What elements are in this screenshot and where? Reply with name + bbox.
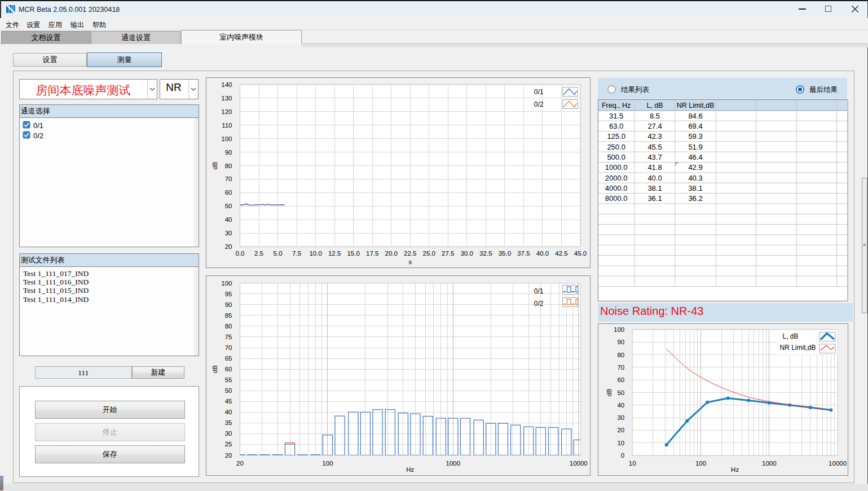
svg-text:2000.0: 2000.0 (605, 173, 628, 182)
svg-text:65: 65 (224, 355, 232, 362)
svg-text:0/2: 0/2 (534, 300, 543, 308)
svg-text:22.5: 22.5 (404, 250, 416, 257)
svg-text:50: 50 (224, 203, 232, 209)
svg-text:100: 100 (221, 135, 232, 142)
svg-text:35: 35 (224, 419, 232, 426)
svg-text:12.5: 12.5 (328, 250, 340, 257)
svg-text:38.1: 38.1 (647, 184, 662, 192)
svg-text:75: 75 (224, 334, 232, 340)
svg-text:35.0: 35.0 (498, 250, 510, 257)
svg-text:10000: 10000 (829, 460, 847, 467)
svg-text:500.0: 500.0 (607, 153, 625, 161)
svg-text:43.7: 43.7 (647, 153, 662, 161)
svg-text:Hz: Hz (731, 466, 739, 473)
svg-text:15.0: 15.0 (347, 250, 359, 257)
svg-text:10: 10 (617, 440, 624, 446)
svg-text:40.0: 40.0 (536, 250, 548, 257)
svg-text:100: 100 (614, 326, 624, 333)
svg-text:140: 140 (221, 81, 232, 88)
svg-text:40.0: 40.0 (647, 173, 662, 182)
svg-text:10.0: 10.0 (309, 250, 321, 257)
svg-text:100: 100 (695, 460, 706, 467)
svg-text:42.5: 42.5 (555, 250, 567, 257)
svg-text:0/1: 0/1 (534, 87, 543, 95)
svg-text:110: 110 (222, 121, 232, 128)
svg-text:42.9: 42.9 (688, 163, 702, 172)
svg-text:36.2: 36.2 (688, 194, 702, 203)
svg-text:51.9: 51.9 (688, 142, 702, 151)
svg-text:69.4: 69.4 (688, 122, 702, 130)
svg-text:2.5: 2.5 (254, 250, 263, 257)
svg-text:NR Limit,dB: NR Limit,dB (779, 344, 816, 352)
svg-text:95: 95 (224, 291, 232, 297)
svg-text:70: 70 (224, 176, 232, 182)
svg-text:90: 90 (224, 148, 232, 155)
svg-text:40: 40 (224, 216, 232, 223)
svg-text:8000.0: 8000.0 (605, 194, 628, 203)
svg-text:30: 30 (224, 430, 232, 437)
svg-text:100: 100 (322, 460, 333, 467)
svg-text:38.1: 38.1 (688, 184, 702, 192)
svg-text:25.0: 25.0 (422, 250, 435, 257)
svg-text:90: 90 (224, 301, 232, 308)
svg-text:60: 60 (224, 189, 232, 196)
svg-text:32.5: 32.5 (479, 250, 492, 257)
svg-text:0.0: 0.0 (235, 250, 244, 257)
svg-text:dB: dB (212, 365, 218, 373)
svg-text:30: 30 (617, 414, 624, 421)
svg-text:41.8: 41.8 (647, 163, 662, 172)
svg-text:60: 60 (224, 366, 232, 372)
svg-text:40: 40 (617, 402, 624, 409)
svg-text:30: 30 (224, 230, 232, 236)
svg-text:0/1: 0/1 (534, 287, 543, 295)
svg-text:1000: 1000 (446, 460, 460, 467)
svg-text:4000.0: 4000.0 (605, 184, 628, 192)
svg-text:80: 80 (224, 162, 232, 169)
svg-text:L, dB: L, dB (782, 332, 798, 340)
svg-text:50: 50 (617, 389, 624, 396)
svg-text:7.5: 7.5 (292, 250, 301, 257)
svg-text:NR Limit,dB: NR Limit,dB (677, 102, 715, 109)
svg-text:85: 85 (224, 312, 232, 319)
svg-text:70: 70 (617, 364, 624, 371)
svg-text:0: 0 (620, 452, 624, 459)
svg-text:84.6: 84.6 (688, 111, 702, 120)
svg-text:dB: dB (212, 161, 218, 169)
svg-text:17.5: 17.5 (365, 250, 378, 257)
svg-text:s: s (408, 258, 412, 265)
svg-text:63.0: 63.0 (609, 122, 623, 130)
svg-text:70: 70 (224, 344, 232, 351)
svg-text:dB: dB (606, 388, 613, 396)
svg-text:45.5: 45.5 (647, 142, 662, 151)
svg-text:10000: 10000 (569, 460, 587, 467)
svg-text:8.5: 8.5 (650, 111, 660, 120)
svg-text:37.5: 37.5 (517, 250, 530, 257)
svg-text:20: 20 (224, 243, 232, 250)
svg-text:250.0: 250.0 (607, 142, 625, 151)
svg-text:20.0: 20.0 (385, 250, 397, 257)
svg-text:20: 20 (617, 427, 624, 433)
svg-text:55: 55 (224, 376, 232, 383)
svg-text:90: 90 (617, 339, 624, 345)
svg-text:42.3: 42.3 (647, 132, 662, 141)
svg-text:125.0: 125.0 (607, 132, 625, 141)
svg-text:1000.0: 1000.0 (605, 163, 628, 172)
svg-text:130: 130 (221, 94, 232, 101)
svg-text:L, dB: L, dB (646, 102, 663, 109)
svg-text:10: 10 (628, 460, 636, 467)
svg-text:20: 20 (236, 460, 244, 467)
svg-text:80: 80 (224, 323, 232, 330)
svg-text:Hz: Hz (406, 466, 414, 473)
svg-text:0/2: 0/2 (534, 100, 543, 108)
svg-text:120: 120 (221, 108, 232, 115)
svg-text:20: 20 (224, 452, 232, 459)
svg-text:27.5: 27.5 (442, 250, 454, 257)
svg-text:45: 45 (224, 398, 232, 405)
svg-text:30.0: 30.0 (460, 250, 473, 257)
svg-text:Freq., Hz: Freq., Hz (602, 102, 631, 109)
svg-text:80: 80 (617, 351, 624, 358)
svg-text:31.5: 31.5 (609, 111, 623, 120)
svg-text:25: 25 (224, 441, 232, 448)
svg-text:45.0: 45.0 (574, 250, 586, 257)
svg-text:27.4: 27.4 (647, 122, 662, 130)
